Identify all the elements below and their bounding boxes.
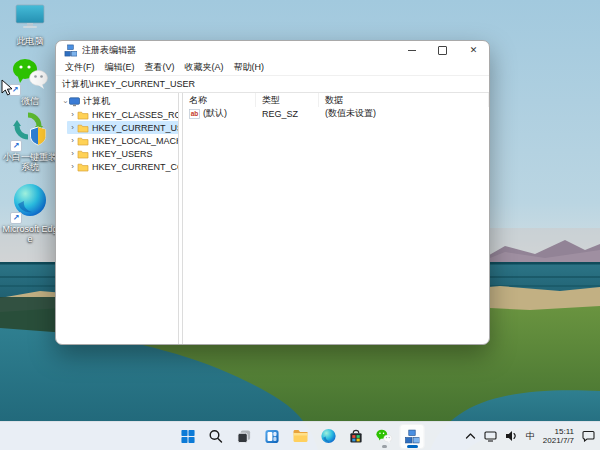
folder-icon: [77, 110, 89, 120]
search-icon: [209, 429, 224, 444]
wechat-taskbar-button[interactable]: [372, 424, 397, 449]
taskbar: 中 15:11 2021/7/7: [0, 421, 600, 450]
column-header-type[interactable]: 类型: [256, 93, 319, 107]
svg-text:ab: ab: [191, 110, 199, 117]
window-titlebar[interactable]: 注册表编辑器 ✕: [56, 41, 489, 59]
wechat-icon: ↗: [11, 58, 49, 94]
desktop-icon-edge[interactable]: ↗ Microsoft Edge: [2, 182, 58, 244]
tree-node-label: HKEY_CURRENT_CONFIG: [92, 162, 178, 172]
system-tray: 中 15:11 2021/7/7: [465, 422, 595, 450]
tree-node-hkey-users[interactable]: › HKEY_USERS: [56, 147, 178, 160]
active-indicator: [407, 445, 418, 448]
ime-indicator[interactable]: 中: [526, 430, 535, 443]
menu-file[interactable]: 文件(F): [60, 61, 100, 74]
this-pc-icon: [13, 4, 47, 34]
registry-value-row[interactable]: ab (默认) REG_SZ (数值未设置): [183, 107, 489, 120]
menu-bar: 文件(F) 编辑(E) 查看(V) 收藏夹(A) 帮助(H): [56, 59, 489, 76]
tree-node-hkey-current-config[interactable]: › HKEY_CURRENT_CONFIG: [56, 160, 178, 173]
column-header-name[interactable]: 名称: [183, 93, 256, 107]
notification-center-icon[interactable]: [582, 430, 595, 442]
chevron-collapsed-icon[interactable]: ›: [68, 124, 77, 132]
tree-node-label: HKEY_USERS: [92, 149, 153, 159]
shortcut-arrow-icon: ↗: [10, 212, 22, 224]
menu-favorites[interactable]: 收藏夹(A): [180, 61, 229, 74]
chevron-collapsed-icon[interactable]: ›: [68, 150, 77, 158]
value-name: (默认): [203, 107, 227, 120]
tree-node-hkey-classes-root[interactable]: › HKEY_CLASSES_ROOT: [56, 108, 178, 121]
task-view-button[interactable]: [232, 424, 257, 449]
clock[interactable]: 15:11 2021/7/7: [543, 427, 574, 445]
menu-view[interactable]: 查看(V): [140, 61, 180, 74]
regedit-taskbar-button[interactable]: [400, 424, 425, 449]
network-icon[interactable]: [484, 431, 497, 442]
tree-node-hkey-current-user[interactable]: › HKEY_CURRENT_USER: [56, 121, 178, 134]
volume-icon[interactable]: [505, 430, 518, 442]
file-explorer-button[interactable]: [288, 424, 313, 449]
search-button[interactable]: [204, 424, 229, 449]
desktop-icon-xiaobai[interactable]: ↗ 小白一键重装系统: [2, 110, 58, 172]
start-button[interactable]: [176, 424, 201, 449]
window-body: › 计算机 ›: [56, 93, 489, 344]
registry-tree-panel: › 计算机 ›: [56, 93, 178, 344]
chevron-collapsed-icon[interactable]: ›: [68, 111, 77, 119]
folder-icon: [77, 136, 89, 146]
chevron-expanded-icon[interactable]: ›: [61, 97, 69, 106]
running-indicator: [382, 445, 387, 448]
mouse-cursor: [1, 79, 13, 96]
store-button[interactable]: [344, 424, 369, 449]
minimize-icon: [408, 50, 416, 51]
desktop-icon-label: 此电脑: [17, 36, 44, 46]
desktop: 此电脑 ↗ 微信: [0, 0, 600, 450]
folder-icon: [77, 149, 89, 159]
value-data: (数值未设置): [319, 107, 489, 120]
close-button[interactable]: ✕: [458, 41, 489, 59]
tree-node-label: HKEY_CURRENT_USER: [92, 123, 178, 133]
desktop-icon-label: 微信: [21, 96, 39, 106]
chevron-collapsed-icon[interactable]: ›: [68, 137, 77, 145]
minimize-button[interactable]: [396, 41, 427, 59]
folder-icon: [77, 123, 89, 133]
tray-date: 2021/7/7: [543, 436, 574, 445]
registry-values-panel: 名称 类型 数据 ab (默认) REG_SZ: [183, 93, 489, 344]
store-icon: [349, 429, 364, 444]
widgets-icon: [265, 429, 280, 444]
registry-address-bar[interactable]: 计算机\HKEY_CURRENT_USER: [56, 76, 489, 93]
wechat-icon: [376, 429, 393, 444]
value-type: REG_SZ: [256, 109, 319, 119]
tray-time: 15:11: [543, 427, 574, 436]
tray-overflow-chevron-icon[interactable]: [465, 432, 476, 440]
taskbar-center-icons: [176, 422, 425, 450]
regedit-app-icon: [64, 44, 77, 57]
maximize-button[interactable]: [427, 41, 458, 59]
windows-start-icon: [181, 429, 196, 444]
registry-editor-window: 注册表编辑器 ✕ 文件(F) 编辑(E) 查看(V) 收藏夹(A) 帮助(H) …: [55, 40, 490, 345]
desktop-icon-this-pc[interactable]: 此电脑: [2, 4, 58, 46]
close-icon: ✕: [470, 46, 478, 55]
edge-icon: [320, 428, 336, 444]
widgets-button[interactable]: [260, 424, 285, 449]
folder-icon: [77, 162, 89, 172]
column-headers: 名称 类型 数据: [183, 93, 489, 107]
tree-node-computer[interactable]: › 计算机: [56, 95, 178, 108]
tree-node-hkey-local-machine[interactable]: › HKEY_LOCAL_MACHINE: [56, 134, 178, 147]
desktop-icon-label: Microsoft Edge: [2, 224, 58, 244]
edge-button[interactable]: [316, 424, 341, 449]
shortcut-arrow-icon: ↗: [10, 140, 22, 152]
task-view-icon: [237, 429, 252, 444]
desktop-icon-label: 小白一键重装系统: [2, 152, 58, 172]
tree-node-label: 计算机: [83, 95, 110, 108]
maximize-icon: [438, 46, 447, 55]
chevron-collapsed-icon[interactable]: ›: [68, 163, 77, 171]
string-value-icon: ab: [189, 109, 200, 119]
regedit-icon: [405, 429, 420, 444]
window-title: 注册表编辑器: [82, 44, 136, 57]
tree-node-label: HKEY_CLASSES_ROOT: [92, 110, 178, 120]
file-explorer-icon: [292, 429, 308, 443]
computer-icon: [69, 97, 80, 107]
menu-edit[interactable]: 编辑(E): [100, 61, 140, 74]
xiaobai-reinstall-icon: ↗: [12, 110, 48, 150]
window-controls: ✕: [396, 41, 489, 59]
edge-icon: ↗: [12, 182, 48, 222]
column-header-data[interactable]: 数据: [319, 93, 489, 107]
menu-help[interactable]: 帮助(H): [229, 61, 270, 74]
